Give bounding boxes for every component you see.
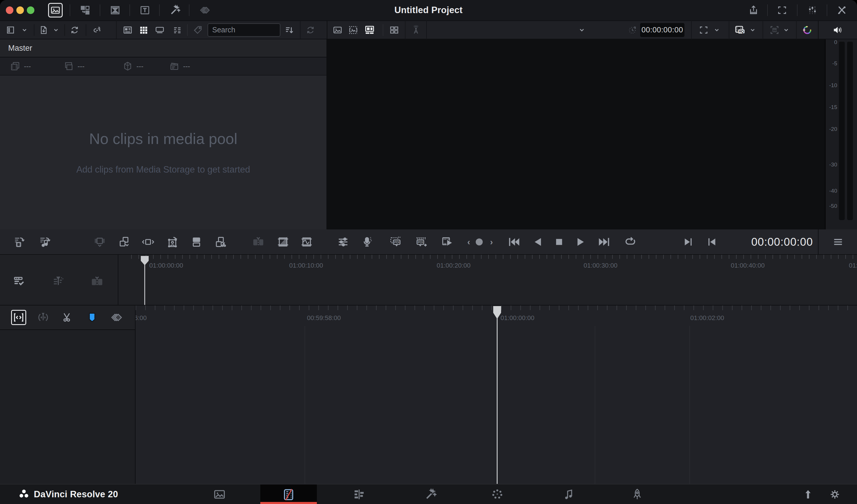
broadcast-button[interactable] <box>411 25 421 35</box>
viewer-timecode[interactable]: 00:00:00:00 <box>640 23 685 37</box>
ripple-overwrite-button[interactable] <box>142 236 154 248</box>
page-tab-fairlight[interactable] <box>562 488 575 501</box>
page-tab-cut[interactable] <box>260 485 317 504</box>
resize-overlay-button[interactable] <box>769 25 780 35</box>
divider <box>86 24 86 36</box>
panel-divider <box>327 20 327 39</box>
slide-mode-button[interactable] <box>37 311 49 323</box>
split-clips-button[interactable] <box>90 275 104 288</box>
play-button[interactable] <box>575 236 587 248</box>
record-icon[interactable] <box>476 238 483 246</box>
page-tab-media[interactable] <box>213 488 226 501</box>
fullscreen-button[interactable] <box>777 5 787 15</box>
trim-mode-button[interactable] <box>11 310 26 325</box>
sort-button[interactable] <box>285 25 295 35</box>
playhead-line[interactable] <box>497 308 498 484</box>
go-to-start-button[interactable] <box>508 236 521 248</box>
smart-insert-button[interactable] <box>93 236 106 248</box>
mixer-button[interactable] <box>807 5 818 16</box>
dissolve-transition-button[interactable] <box>276 236 289 248</box>
timeline-track-area[interactable]: 00:59:56:00 00:59:58:00 01:00:00:00 01:0… <box>136 305 857 484</box>
timeline-options-menu-button[interactable] <box>832 236 844 248</box>
app-name: DaVinci Resolve 20 <box>34 489 118 500</box>
stop-button[interactable] <box>554 236 565 248</box>
insert-audio-clip-button[interactable] <box>39 236 52 248</box>
project-settings-button[interactable] <box>829 489 841 500</box>
thumbnail-view-button[interactable] <box>139 26 148 35</box>
bin-list-button[interactable] <box>5 25 15 35</box>
timecode-mode-icon[interactable] <box>627 25 638 35</box>
resize-chevron-icon[interactable] <box>783 26 790 34</box>
add-poi-button[interactable] <box>415 235 428 249</box>
filmstrip-view-button[interactable] <box>155 25 165 35</box>
playhead-handle[interactable] <box>493 306 501 319</box>
viewer-scale-button[interactable] <box>699 25 709 35</box>
ai-tools-button[interactable] <box>169 4 181 16</box>
timeline-view-button[interactable] <box>364 25 375 35</box>
timeline-select-dropdown[interactable] <box>578 26 586 34</box>
next-edit-button[interactable] <box>682 236 694 248</box>
minimize-window-button[interactable] <box>16 6 24 14</box>
loop-playback-button[interactable] <box>624 236 637 248</box>
page-tab-edit[interactable] <box>353 488 366 501</box>
viewer-panel[interactable] <box>327 39 825 230</box>
transitions-tray-button[interactable] <box>110 311 123 324</box>
close-window-button[interactable] <box>6 6 13 14</box>
clip-color-tag-button[interactable] <box>193 25 203 35</box>
speaker-icon[interactable] <box>832 24 844 36</box>
trim-tool-button[interactable] <box>252 236 265 248</box>
preview-play-button[interactable] <box>441 235 454 249</box>
source-overwrite-button[interactable] <box>214 236 227 248</box>
divider <box>118 255 118 305</box>
append-button[interactable] <box>118 236 131 248</box>
multicam-view-button[interactable] <box>389 25 399 35</box>
list-view-button[interactable] <box>172 26 182 35</box>
titles-button[interactable] <box>139 4 151 16</box>
poi-detect-button[interactable] <box>389 235 403 249</box>
insert-video-clip-button[interactable] <box>13 236 26 248</box>
page-tab-color[interactable] <box>491 488 504 501</box>
quality-chevron-icon[interactable] <box>749 26 756 34</box>
go-to-end-button[interactable] <box>598 236 610 248</box>
enhance-button[interactable] <box>801 24 812 36</box>
split-clip-button[interactable] <box>62 311 74 323</box>
media-pool-stack-button[interactable] <box>199 4 211 16</box>
refresh-button[interactable] <box>305 25 315 35</box>
jog-reverse-icon[interactable]: ‹ <box>467 237 470 247</box>
media-pool-toggle-button[interactable] <box>48 3 63 17</box>
close-up-button[interactable] <box>166 236 179 248</box>
previous-edit-button[interactable] <box>706 236 718 248</box>
zoom-window-button[interactable] <box>27 6 34 14</box>
source-tape-view-button[interactable] <box>348 24 359 36</box>
quick-export-button[interactable] <box>748 5 759 16</box>
relink-media-button[interactable] <box>92 25 102 35</box>
transitions-button[interactable] <box>79 4 91 16</box>
playhead-pin-button[interactable] <box>52 275 65 288</box>
page-tab-fusion[interactable] <box>424 488 437 501</box>
upper-timeline-ruler[interactable]: 01:00:00:00 01:00:10:00 01:00:20:00 01:0… <box>131 255 857 305</box>
effects-button[interactable] <box>109 4 121 16</box>
import-chevron-icon[interactable] <box>52 26 60 34</box>
jog-forward-icon[interactable]: › <box>490 237 493 247</box>
bin-list-chevron-icon[interactable] <box>21 26 28 34</box>
voiceover-mic-button[interactable] <box>361 236 373 248</box>
place-on-top-button[interactable] <box>190 236 203 248</box>
tools-button[interactable] <box>836 5 847 16</box>
metadata-view-button[interactable] <box>123 25 133 35</box>
add-marker-button[interactable] <box>86 312 98 323</box>
page-tab-deliver[interactable] <box>631 488 644 501</box>
source-clip-view-button[interactable] <box>333 25 342 35</box>
search-input[interactable] <box>207 23 281 37</box>
sync-clips-button[interactable] <box>70 25 80 35</box>
project-manager-button[interactable] <box>802 488 814 501</box>
play-reverse-button[interactable] <box>532 236 544 248</box>
viewer-scale-chevron-icon[interactable] <box>713 26 721 34</box>
import-media-button[interactable] <box>39 25 49 35</box>
timeline-review-button[interactable] <box>13 275 26 288</box>
smooth-cut-button[interactable] <box>300 236 313 248</box>
playback-quality-button[interactable] <box>735 24 746 36</box>
bin-header[interactable]: Master <box>0 39 326 57</box>
tools-panel-button[interactable] <box>337 236 349 248</box>
overview-playhead-handle[interactable] <box>141 256 149 265</box>
timeline-timecode[interactable]: 00:00:00:00 <box>751 236 813 248</box>
